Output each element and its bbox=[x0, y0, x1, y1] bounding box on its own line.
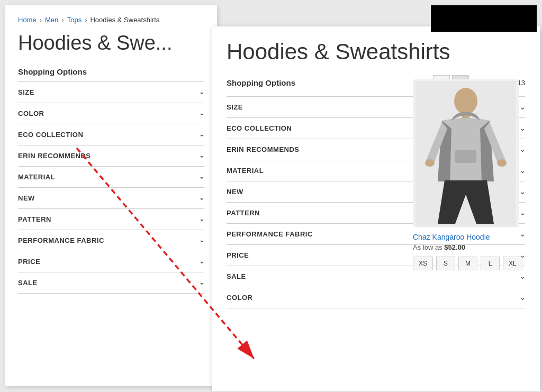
svg-point-4 bbox=[425, 159, 435, 167]
front-shopping-options-title: Shopping Options bbox=[227, 78, 295, 87]
breadcrumb-current: Hoodies & Sweatshirts bbox=[90, 16, 159, 24]
product-price: $52.00 bbox=[444, 243, 465, 251]
filter-color-label: COLOR bbox=[18, 110, 44, 117]
front-filter-perf-fabric-label: PERFORMANCE FABRIC bbox=[227, 230, 313, 238]
filter-pattern[interactable]: PATTERN ⌄ bbox=[18, 208, 204, 230]
product-image bbox=[413, 79, 519, 227]
breadcrumb-sep1: › bbox=[40, 16, 42, 24]
front-filter-erin-label: ERIN RECOMMENDS bbox=[227, 145, 300, 153]
filter-perf-fabric-label: PERFORMANCE FABRIC bbox=[18, 236, 104, 244]
breadcrumb: Home › Men › Tops › Hoodies & Sweatshirt… bbox=[18, 16, 204, 24]
product-card: Chaz Kangaroo Hoodie As low as $52.00 XS… bbox=[413, 79, 529, 270]
front-filter-color[interactable]: COLOR ⌄ bbox=[227, 287, 525, 308]
filter-eco-chevron: ⌄ bbox=[199, 131, 205, 138]
filter-eco-label: ECO COLLECTION bbox=[18, 131, 83, 139]
price-prefix: As low as bbox=[413, 243, 442, 251]
filter-erin[interactable]: ERIN RECOMMENDS ⌄ bbox=[18, 145, 204, 166]
size-m[interactable]: M bbox=[458, 257, 477, 270]
filter-perf-fabric[interactable]: PERFORMANCE FABRIC ⌄ bbox=[18, 230, 204, 251]
front-filter-new-label: NEW bbox=[227, 188, 243, 196]
filter-size-chevron: ⌄ bbox=[199, 88, 205, 96]
front-filter-color-chevron: ⌄ bbox=[520, 294, 526, 302]
filter-size-label: SIZE bbox=[18, 88, 34, 96]
svg-rect-3 bbox=[455, 150, 476, 163]
svg-point-5 bbox=[497, 159, 507, 167]
filter-material-chevron: ⌄ bbox=[199, 173, 205, 180]
front-filter-eco-label: ECO COLLECTION bbox=[227, 124, 292, 132]
back-panel: Home › Men › Tops › Hoodies & Sweatshirt… bbox=[5, 5, 217, 386]
front-filter-price-label: PRICE bbox=[227, 251, 249, 259]
back-shopping-options-title: Shopping Options bbox=[18, 67, 204, 76]
filter-erin-label: ERIN RECOMMENDS bbox=[18, 152, 91, 160]
filter-color[interactable]: COLOR ⌄ bbox=[18, 103, 204, 124]
filter-erin-chevron: ⌄ bbox=[199, 152, 205, 159]
breadcrumb-tops[interactable]: Tops bbox=[67, 16, 82, 24]
breadcrumb-sep2: › bbox=[61, 16, 64, 24]
front-filter-sale-label: SALE bbox=[227, 272, 246, 280]
size-xl[interactable]: XL bbox=[503, 257, 522, 270]
breadcrumb-men[interactable]: Men bbox=[45, 16, 58, 24]
filter-sale-label: SALE bbox=[18, 279, 38, 287]
front-filter-material-label: MATERIAL bbox=[227, 167, 264, 175]
filter-sale-chevron: ⌄ bbox=[199, 279, 205, 286]
front-filter-pattern-label: PATTERN bbox=[227, 209, 260, 217]
filter-new-label: NEW bbox=[18, 194, 35, 202]
back-page-title: Hoodies & Swe... bbox=[18, 32, 204, 54]
front-filter-sale-chevron: ⌄ bbox=[520, 273, 526, 280]
size-xs[interactable]: XS bbox=[413, 257, 433, 270]
filter-new[interactable]: NEW ⌄ bbox=[18, 187, 204, 208]
filter-price-label: PRICE bbox=[18, 258, 40, 266]
filter-perf-fabric-chevron: ⌄ bbox=[199, 236, 205, 244]
breadcrumb-home[interactable]: Home bbox=[18, 16, 37, 24]
filter-material-label: MATERIAL bbox=[18, 173, 55, 181]
filter-eco[interactable]: ECO COLLECTION ⌄ bbox=[18, 124, 204, 145]
filter-sale[interactable]: SALE ⌄ bbox=[18, 272, 204, 294]
filter-pattern-chevron: ⌄ bbox=[199, 215, 205, 223]
front-panel: Hoodies & Sweatshirts Shopping Options ⁝… bbox=[212, 26, 540, 391]
filter-size[interactable]: SIZE ⌄ bbox=[18, 81, 204, 103]
size-l[interactable]: L bbox=[481, 257, 500, 270]
svg-point-1 bbox=[454, 88, 477, 114]
filter-color-chevron: ⌄ bbox=[199, 110, 205, 117]
filter-new-chevron: ⌄ bbox=[199, 194, 205, 202]
product-price-line: As low as $52.00 bbox=[413, 243, 529, 251]
product-name[interactable]: Chaz Kangaroo Hoodie bbox=[413, 233, 529, 241]
filter-price-chevron: ⌄ bbox=[199, 258, 205, 265]
size-buttons: XS S M L XL bbox=[413, 257, 529, 270]
size-s[interactable]: S bbox=[436, 257, 455, 270]
filter-pattern-label: PATTERN bbox=[18, 215, 51, 223]
front-filter-color-label: COLOR bbox=[227, 294, 252, 302]
breadcrumb-sep3: › bbox=[85, 16, 87, 24]
front-page-title: Hoodies & Sweatshirts bbox=[227, 39, 525, 65]
back-filter-list: SIZE ⌄ COLOR ⌄ ECO COLLECTION ⌄ ERIN REC… bbox=[18, 81, 204, 294]
black-overlay bbox=[431, 5, 537, 32]
product-svg bbox=[415, 81, 516, 226]
filter-material[interactable]: MATERIAL ⌄ bbox=[18, 166, 204, 187]
filter-price[interactable]: PRICE ⌄ bbox=[18, 251, 204, 272]
front-filter-size-label: SIZE bbox=[227, 103, 243, 111]
